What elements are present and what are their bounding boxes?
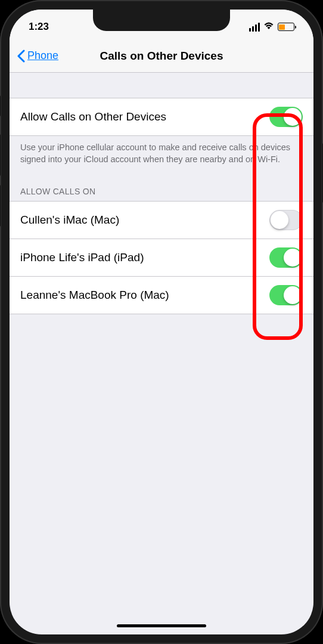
screen: 1:23 Phone Calls on Other Devices — [10, 10, 313, 634]
allow-calls-toggle[interactable] — [269, 107, 303, 127]
device-label: iPhone Life's iPad (iPad) — [20, 251, 144, 264]
home-indicator[interactable] — [117, 624, 206, 627]
device-row: iPhone Life's iPad (iPad) — [10, 239, 313, 277]
volume-up-button — [0, 134, 1, 176]
volume-down-button — [0, 185, 1, 227]
device-label: Cullen's iMac (Mac) — [20, 213, 119, 227]
device-label: Leanne's MacBook Pro (Mac) — [20, 289, 169, 302]
page-title: Calls on Other Devices — [100, 49, 223, 63]
content: Allow Calls on Other Devices Use your iP… — [10, 73, 313, 314]
allow-calls-row: Allow Calls on Other Devices — [10, 98, 313, 136]
phone-frame: 1:23 Phone Calls on Other Devices — [0, 0, 323, 644]
status-time: 1:23 — [29, 21, 49, 33]
chevron-left-icon — [17, 49, 25, 63]
wifi-icon — [263, 21, 274, 32]
status-indicators — [249, 21, 294, 32]
device-row: Cullen's iMac (Mac) — [10, 202, 313, 239]
device-toggle[interactable] — [269, 285, 303, 305]
device-list: Cullen's iMac (Mac) iPhone Life's iPad (… — [10, 201, 313, 314]
back-label: Phone — [27, 49, 58, 62]
battery-icon — [278, 23, 294, 31]
mute-switch — [0, 95, 1, 116]
device-toggle[interactable] — [269, 210, 303, 230]
device-row: Leanne's MacBook Pro (Mac) — [10, 277, 313, 314]
allow-calls-label: Allow Calls on Other Devices — [20, 110, 166, 123]
footer-description: Use your iPhone cellular account to make… — [10, 136, 313, 176]
navigation-bar: Phone Calls on Other Devices — [10, 39, 313, 73]
device-toggle[interactable] — [269, 247, 303, 268]
section-header-allow-calls-on: ALLOW CALLS ON — [10, 176, 313, 201]
back-button[interactable]: Phone — [17, 49, 58, 63]
notch — [93, 10, 230, 31]
cellular-signal-icon — [249, 23, 260, 32]
